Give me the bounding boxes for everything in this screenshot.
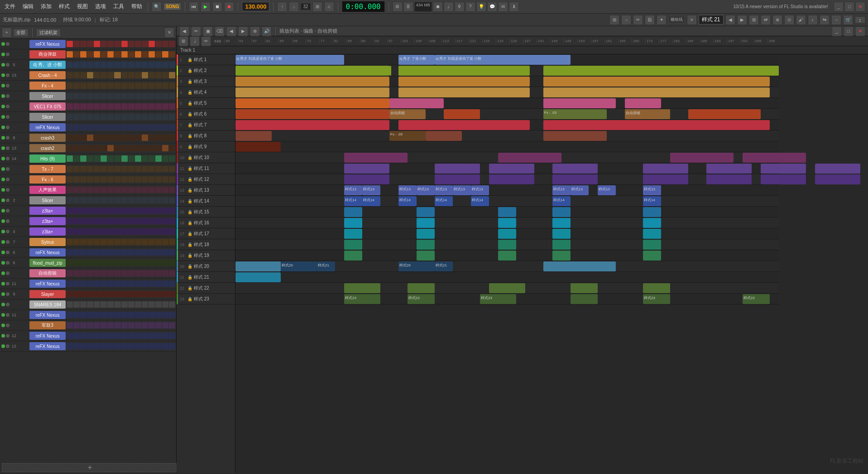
- pattern-block[interactable]: Fx - .03: [543, 109, 607, 119]
- pad-8[interactable]: [121, 197, 128, 203]
- track-lock-icon[interactable]: 🔒: [187, 242, 192, 247]
- pad-14[interactable]: [162, 103, 168, 110]
- pad-13[interactable]: [155, 93, 162, 99]
- pl-forward-icon[interactable]: ▶: [238, 26, 248, 36]
- pad-13[interactable]: [155, 197, 162, 203]
- pad-14[interactable]: [162, 197, 168, 203]
- pad-4[interactable]: [94, 239, 100, 245]
- pad-15[interactable]: [169, 62, 175, 68]
- pattern-block[interactable]: [344, 207, 362, 217]
- mic-icon[interactable]: 🎙: [455, 2, 465, 12]
- channel-active-dot[interactable]: [1, 146, 5, 150]
- pl-select-icon[interactable]: ▣: [203, 26, 213, 36]
- pad-5[interactable]: [101, 176, 107, 183]
- pad-0[interactable]: [67, 322, 73, 329]
- pad-5[interactable]: [101, 41, 107, 47]
- pad-8[interactable]: [121, 124, 128, 131]
- channel-solo-dot[interactable]: [6, 324, 10, 327]
- channel-row[interactable]: 人声效果: [0, 185, 176, 195]
- pad-11[interactable]: [142, 187, 148, 193]
- pad-0[interactable]: [67, 51, 73, 58]
- pattern-block[interactable]: [498, 251, 516, 261]
- pattern-block[interactable]: 样式13: [552, 185, 571, 195]
- pad-6[interactable]: [107, 62, 114, 68]
- pattern-block[interactable]: 样式14: [435, 196, 453, 206]
- pattern-block[interactable]: [398, 66, 530, 76]
- channel-active-dot[interactable]: [1, 240, 5, 244]
- track-content-row[interactable]: [235, 250, 779, 261]
- track-lock-icon[interactable]: 🔒: [187, 123, 192, 127]
- channel-active-dot[interactable]: [1, 324, 5, 327]
- pad-12[interactable]: [149, 155, 155, 162]
- pad-11[interactable]: [142, 301, 148, 308]
- pattern-block[interactable]: 样式13: [398, 185, 417, 195]
- pad-5[interactable]: [101, 82, 107, 89]
- track-lock-icon[interactable]: 🔒: [187, 177, 192, 182]
- channel-name-button[interactable]: reFX Nexus: [29, 123, 66, 131]
- pad-3[interactable]: [87, 260, 93, 266]
- pad-9[interactable]: [128, 301, 134, 308]
- pattern-block[interactable]: [235, 66, 389, 76]
- pad-6[interactable]: [107, 291, 114, 297]
- pattern-block[interactable]: [643, 164, 688, 174]
- pad-6[interactable]: [107, 208, 114, 214]
- channel-active-dot[interactable]: [1, 344, 5, 348]
- pattern-block[interactable]: [552, 229, 571, 239]
- channel-name-button[interactable]: SNARES 184: [29, 300, 66, 309]
- pad-2[interactable]: [80, 218, 86, 224]
- track-content-row[interactable]: 样式23样式22样式23样式23样式22: [235, 294, 779, 305]
- pattern-swap[interactable]: ⇄: [761, 15, 771, 25]
- pad-10[interactable]: [135, 343, 141, 349]
- pad-10[interactable]: [135, 51, 141, 58]
- pad-11[interactable]: [142, 228, 148, 235]
- pad-6[interactable]: [107, 312, 114, 318]
- pad-14[interactable]: [162, 62, 168, 68]
- pad-9[interactable]: [128, 197, 134, 203]
- channel-active-dot[interactable]: [1, 53, 5, 56]
- menu-help[interactable]: 帮助: [129, 2, 144, 11]
- pattern-mix[interactable]: ⊕: [772, 15, 782, 25]
- filter-btn[interactable]: 过滤机架: [36, 29, 61, 37]
- pad-0[interactable]: [67, 208, 73, 214]
- channel-solo-dot[interactable]: [6, 209, 10, 213]
- pad-14[interactable]: [162, 343, 168, 349]
- pad-5[interactable]: [101, 249, 107, 256]
- audio-icon[interactable]: ♫: [324, 2, 334, 12]
- pad-6[interactable]: [107, 51, 114, 58]
- pad-13[interactable]: [155, 155, 162, 162]
- pad-3[interactable]: [87, 333, 93, 339]
- pad-7[interactable]: [114, 124, 120, 131]
- pad-10[interactable]: [135, 62, 141, 68]
- pad-0[interactable]: [67, 187, 73, 193]
- pad-6[interactable]: [107, 197, 114, 203]
- pad-1[interactable]: [73, 208, 80, 214]
- channel-active-dot[interactable]: [1, 282, 5, 285]
- track-content-row[interactable]: Fx - .05: [235, 131, 779, 141]
- pad-10[interactable]: [135, 93, 141, 99]
- pad-0[interactable]: [67, 135, 73, 141]
- channel-active-dot[interactable]: [1, 126, 5, 129]
- pad-9[interactable]: [128, 166, 134, 172]
- pad-12[interactable]: [149, 249, 155, 256]
- channel-row[interactable]: 13 crash2: [0, 143, 176, 154]
- ch-add-icon[interactable]: +: [2, 28, 12, 38]
- pattern-block[interactable]: 样式23: [643, 294, 670, 304]
- pattern-block[interactable]: [543, 77, 770, 87]
- pattern-block[interactable]: [543, 261, 616, 271]
- pad-14[interactable]: [162, 270, 168, 276]
- channel-solo-dot[interactable]: [6, 313, 10, 317]
- pattern-block[interactable]: [489, 283, 525, 293]
- pad-10[interactable]: [135, 301, 141, 308]
- channel-active-dot[interactable]: [1, 292, 5, 296]
- pl-tb-collapse[interactable]: ⊞: [178, 36, 188, 46]
- pad-3[interactable]: [87, 312, 93, 318]
- pattern-block[interactable]: [344, 251, 362, 261]
- pad-6[interactable]: [107, 41, 114, 47]
- track-content-row[interactable]: [235, 87, 779, 98]
- channel-active-dot[interactable]: [1, 209, 5, 213]
- pad-14[interactable]: [162, 145, 168, 151]
- pad-4[interactable]: [94, 93, 100, 99]
- pad-10[interactable]: [135, 322, 141, 329]
- pad-4[interactable]: [94, 218, 100, 224]
- pad-9[interactable]: [128, 218, 134, 224]
